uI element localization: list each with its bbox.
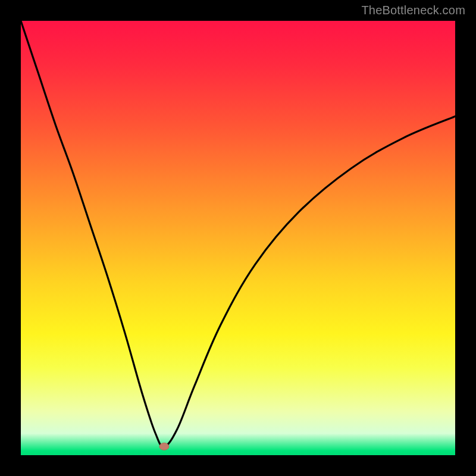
curve-svg xyxy=(21,21,455,455)
chart-frame: TheBottleneck.com xyxy=(0,0,476,476)
watermark-label: TheBottleneck.com xyxy=(361,4,465,17)
bottleneck-curve xyxy=(21,21,455,447)
optimum-marker xyxy=(159,443,169,450)
plot-area xyxy=(21,21,455,455)
